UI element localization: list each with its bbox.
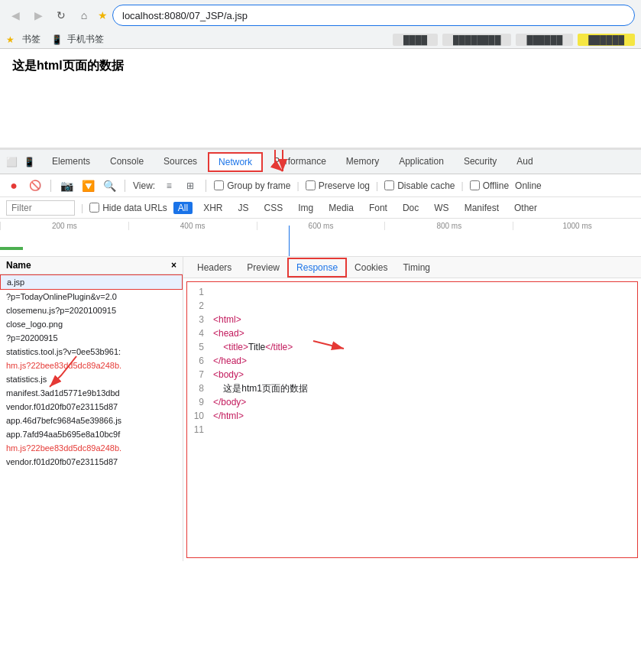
filter-manifest[interactable]: Manifest (460, 202, 503, 214)
grid-view-btn[interactable]: ⊞ (183, 178, 198, 193)
url-text: localhost:8080/07_JSP/a.jsp (122, 10, 248, 21)
resp-tab-response[interactable]: Response (287, 258, 347, 278)
star-icon: ★ (98, 9, 108, 21)
resp-tab-headers[interactable]: Headers (189, 259, 239, 276)
preserve-log-checkbox[interactable]: Preserve log (306, 180, 370, 191)
disable-cache-input[interactable] (384, 180, 394, 190)
bookmark-item-1[interactable]: ████ (393, 34, 438, 46)
filter-font[interactable]: Font (364, 202, 392, 214)
tab-audit[interactable]: Aud (507, 153, 542, 171)
line-num-8: 8 (190, 381, 213, 395)
filter-all[interactable]: All (173, 202, 193, 214)
file-item-11[interactable]: app.46d7befc9684a5e39866.js (0, 414, 183, 427)
file-item-2[interactable]: ?p=TodayOnlinePlugin&v=2.0 (0, 290, 183, 304)
page-content: 这是html页面的数据 (0, 49, 641, 148)
files-name-label: Name (6, 260, 31, 271)
code-line-10: 10 </html> (190, 409, 634, 423)
file-item-3[interactable]: closemenu.js?p=2020100915 (0, 304, 183, 317)
tab-security[interactable]: Security (455, 153, 506, 171)
mobile-bookmarks-label[interactable]: 手机书签 (67, 33, 104, 46)
tick-400: 400 ms (128, 222, 257, 230)
files-header: Name × (0, 257, 183, 274)
files-close-icon[interactable]: × (171, 260, 176, 271)
code-line-11: 11 (190, 423, 634, 437)
tab-network[interactable]: Network (208, 152, 263, 172)
file-item-9[interactable]: manifest.3ad1d5771e9b13dbd (0, 386, 183, 400)
line-num-7: 7 (190, 368, 213, 381)
hide-data-urls-checkbox[interactable]: Hide data URLs (89, 203, 167, 213)
line-content-3: <html> (213, 313, 241, 326)
tick-200: 200 ms (0, 222, 128, 230)
line-num-2: 2 (190, 299, 213, 313)
bookmarks-label[interactable]: 书签 (22, 33, 40, 46)
line-content-9: </body> (213, 395, 246, 409)
hide-data-urls-input[interactable] (89, 203, 99, 213)
address-bar[interactable]: localhost:8080/07_JSP/a.jsp (112, 5, 635, 26)
tab-application[interactable]: Application (390, 153, 453, 171)
record-btn[interactable]: ● (6, 178, 21, 193)
line-num-9: 9 (190, 395, 213, 409)
main-panel: Name × a.jsp ?p=TodayOnlinePlugin&v=2.0 … (0, 257, 641, 561)
filter-js[interactable]: JS (234, 202, 254, 214)
forward-button[interactable]: ▶ (29, 6, 47, 24)
disable-cache-checkbox[interactable]: Disable cache (384, 180, 455, 191)
line-num-3: 3 (190, 313, 213, 326)
file-item-8[interactable]: statistics.js (0, 372, 183, 386)
camera-btn[interactable]: 📷 (59, 178, 74, 193)
filter-other[interactable]: Other (510, 202, 542, 214)
bookmark-item-3[interactable]: ██████ (516, 34, 573, 46)
filter-media[interactable]: Media (324, 202, 358, 214)
files-list: a.jsp ?p=TodayOnlinePlugin&v=2.0 closeme… (0, 274, 183, 561)
inspect-icon[interactable]: ⬜ (6, 157, 18, 167)
file-item-14[interactable]: vendor.f01d20fb07e23115d87 (0, 455, 183, 469)
file-item-6[interactable]: statistics.tool.js?v=0ee53b961: (0, 345, 183, 359)
stop-btn[interactable]: 🚫 (28, 178, 43, 193)
preserve-log-label: Preserve log (319, 180, 370, 191)
file-item-13[interactable]: hm.js?22bee83dd5dc89a248b. (0, 441, 183, 455)
tick-800: 800 ms (384, 222, 513, 230)
line-num-6: 6 (190, 354, 213, 368)
offline-input[interactable] (470, 180, 480, 190)
group-by-frame-input[interactable] (214, 180, 224, 190)
group-by-frame-checkbox[interactable]: Group by frame (214, 180, 290, 191)
file-item-10[interactable]: vendor.f01d20fb07e23115d87 (0, 400, 183, 414)
line-num-10: 10 (190, 409, 213, 423)
filter-img[interactable]: Img (293, 202, 318, 214)
filter-xhr[interactable]: XHR (199, 202, 227, 214)
file-item-ajsp[interactable]: a.jsp (0, 274, 183, 290)
device-icon[interactable]: 📱 (24, 157, 35, 167)
filter-doc[interactable]: Doc (398, 202, 423, 214)
file-item-12[interactable]: app.7afd94aa5b695e8a10bc9f (0, 427, 183, 441)
filter-bar: | Hide data URLs All XHR JS CSS Img Medi… (0, 197, 641, 219)
filter-ws[interactable]: WS (429, 202, 453, 214)
code-line-4: 4 <head> (190, 326, 634, 340)
preserve-log-input[interactable] (306, 180, 316, 190)
line-content-7: <body> (213, 368, 244, 381)
offline-checkbox[interactable]: Offline (470, 180, 509, 191)
list-view-btn[interactable]: ≡ (161, 178, 176, 193)
filter-css[interactable]: CSS (260, 202, 288, 214)
tab-console[interactable]: Console (101, 153, 153, 171)
back-button[interactable]: ◀ (6, 6, 24, 24)
file-item-7[interactable]: hm.js?22bee83dd5dc89a248b. (0, 359, 183, 372)
bookmark-item-4[interactable]: ██████ (578, 34, 635, 46)
code-line-5: 5 <title>Title</title> (190, 340, 634, 354)
file-item-4[interactable]: close_logo.png (0, 317, 183, 331)
tab-memory[interactable]: Memory (337, 153, 388, 171)
tab-elements[interactable]: Elements (43, 153, 99, 171)
line-num-5: 5 (190, 340, 213, 354)
filter-toggle-btn[interactable]: 🔽 (80, 178, 96, 193)
resp-tab-cookies[interactable]: Cookies (347, 259, 395, 276)
resp-tab-preview[interactable]: Preview (239, 259, 287, 276)
home-button[interactable]: ⌂ (75, 6, 93, 24)
tab-sources[interactable]: Sources (154, 153, 206, 171)
tab-performance[interactable]: Performance (264, 153, 335, 171)
search-btn[interactable]: 🔍 (102, 178, 117, 193)
file-item-5[interactable]: ?p=20200915 (0, 331, 183, 345)
toolbar-sep-3 (206, 180, 206, 192)
resp-tab-timing[interactable]: Timing (395, 259, 438, 276)
devtools-tabbar: ⬜ 📱 Elements Console Sources Network Per… (0, 150, 641, 174)
reload-button[interactable]: ↻ (52, 6, 70, 24)
filter-input[interactable] (6, 200, 75, 216)
bookmark-item-2[interactable]: ████████ (442, 34, 511, 46)
